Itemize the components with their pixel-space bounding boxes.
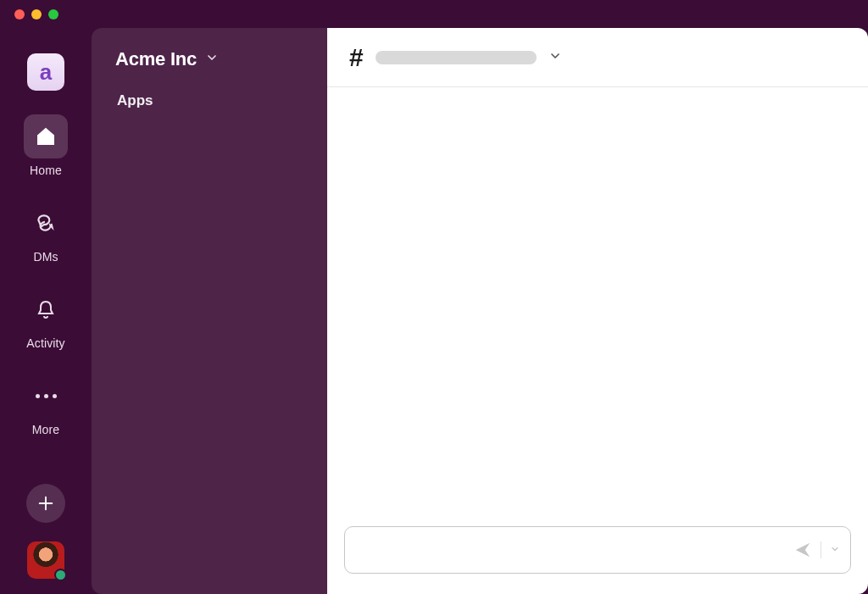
divider — [821, 541, 821, 558]
presence-indicator-icon — [54, 569, 67, 581]
chevron-down-icon[interactable] — [548, 49, 562, 66]
composer-area — [327, 526, 868, 594]
workspace-header[interactable]: Acme Inc — [92, 43, 327, 86]
send-icon — [793, 541, 812, 559]
main-pane: # — [327, 28, 868, 594]
send-button[interactable] — [793, 541, 812, 559]
message-composer[interactable] — [344, 526, 851, 574]
app-body: a Home DMs — [0, 28, 868, 594]
message-list — [327, 87, 868, 526]
window-close-button[interactable] — [14, 9, 25, 19]
rail-item-label: Activity — [26, 336, 64, 350]
dms-icon — [24, 201, 68, 245]
sidebar-section-apps[interactable]: Apps — [92, 86, 327, 116]
rail-item-label: DMs — [33, 250, 58, 264]
workspace-initial: a — [40, 59, 52, 86]
rail-item-label: More — [32, 423, 59, 436]
rail-item-more[interactable]: More — [24, 374, 68, 436]
rail-item-home[interactable]: Home — [24, 114, 68, 177]
workspace-name: Acme Inc — [115, 48, 197, 70]
message-input[interactable] — [355, 542, 785, 558]
rail-item-activity[interactable]: Activity — [24, 287, 68, 350]
plus-icon — [36, 494, 55, 513]
window-maximize-button[interactable] — [48, 9, 58, 19]
window-minimize-button[interactable] — [31, 9, 42, 19]
channel-name-placeholder — [376, 51, 537, 64]
rail-item-label: Home — [30, 164, 62, 177]
activity-icon — [24, 287, 68, 331]
channel-sidebar: Acme Inc Apps — [92, 28, 327, 594]
channel-header[interactable]: # — [327, 28, 868, 87]
chevron-down-icon — [205, 51, 219, 68]
app-window: a Home DMs — [0, 0, 868, 594]
rail-item-dms[interactable]: DMs — [24, 201, 68, 264]
send-options-button[interactable] — [830, 542, 840, 558]
chevron-down-icon — [830, 544, 840, 554]
create-new-button[interactable] — [26, 484, 65, 523]
workspace-switcher[interactable]: a — [27, 53, 64, 91]
user-menu[interactable] — [27, 541, 64, 579]
home-icon — [24, 114, 68, 158]
window-titlebar — [0, 0, 868, 28]
more-icon — [24, 374, 68, 418]
left-rail: a Home DMs — [0, 28, 92, 594]
channel-hash-icon: # — [349, 43, 364, 72]
